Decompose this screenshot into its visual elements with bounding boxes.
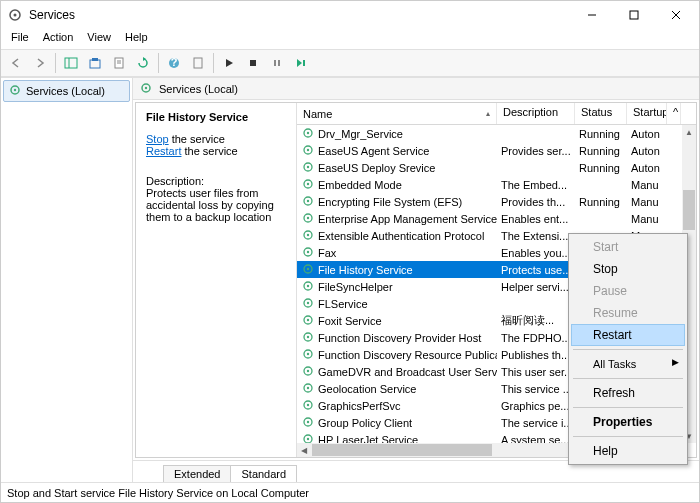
pane-header: Services (Local) xyxy=(133,78,699,100)
ctx-refresh[interactable]: Refresh xyxy=(571,382,685,404)
ctx-resume: Resume xyxy=(571,302,685,324)
restart-link[interactable]: Restart xyxy=(146,145,181,157)
service-row[interactable]: Drv_Mgr_ServiceRunningAuton xyxy=(297,125,696,142)
menu-bar: File Action View Help xyxy=(1,29,699,49)
service-desc: The Embed... xyxy=(497,179,575,191)
scroll-thumb-h[interactable] xyxy=(312,444,492,456)
service-startup: Manu xyxy=(627,179,667,191)
show-hide-tree-button[interactable] xyxy=(60,52,82,74)
svg-point-61 xyxy=(307,437,309,439)
close-button[interactable] xyxy=(655,1,697,29)
forward-button[interactable] xyxy=(29,52,51,74)
svg-point-45 xyxy=(307,301,309,303)
tab-extended[interactable]: Extended xyxy=(163,465,231,482)
export-button[interactable] xyxy=(84,52,106,74)
service-row[interactable]: EaseUS Agent ServiceProvides ser...Runni… xyxy=(297,142,696,159)
ctx-separator xyxy=(573,378,683,379)
ctx-help[interactable]: Help xyxy=(571,440,685,462)
svg-point-51 xyxy=(307,352,309,354)
service-status: Running xyxy=(575,196,627,208)
gear-icon xyxy=(8,83,22,99)
maximize-button[interactable] xyxy=(613,1,655,29)
tab-standard[interactable]: Standard xyxy=(230,465,297,482)
svg-rect-15 xyxy=(194,58,202,68)
gear-icon xyxy=(301,160,315,176)
svg-point-43 xyxy=(307,284,309,286)
service-name: Foxit Service xyxy=(318,315,382,327)
ctx-restart[interactable]: Restart xyxy=(571,324,685,346)
ctx-stop[interactable]: Stop xyxy=(571,258,685,280)
menu-file[interactable]: File xyxy=(5,29,35,49)
column-name[interactable]: Name▴ xyxy=(297,103,497,124)
tree-node-label: Services (Local) xyxy=(26,85,105,97)
properties2-button[interactable] xyxy=(187,52,209,74)
scroll-left-icon[interactable]: ◀ xyxy=(297,443,311,457)
svg-point-1 xyxy=(14,14,17,17)
column-status[interactable]: Status xyxy=(575,103,627,124)
menu-help[interactable]: Help xyxy=(119,29,154,49)
service-name: Enterprise App Management Service xyxy=(318,213,497,225)
pause-service-button[interactable] xyxy=(266,52,288,74)
chevron-right-icon: ▶ xyxy=(672,357,679,367)
service-row[interactable]: Encrypting File System (EFS)Provides th.… xyxy=(297,193,696,210)
service-startup: Manu xyxy=(627,213,667,225)
restart-service-button[interactable] xyxy=(290,52,312,74)
service-desc: The Extensi... xyxy=(497,230,575,242)
svg-point-33 xyxy=(307,199,309,201)
gear-icon xyxy=(301,347,315,363)
title-bar: Services xyxy=(1,1,699,29)
service-name: Embedded Mode xyxy=(318,179,402,191)
tree-node-services-local[interactable]: Services (Local) xyxy=(3,80,130,102)
service-desc: The FDPHO... xyxy=(497,332,575,344)
selected-service-name: File History Service xyxy=(146,111,286,123)
service-startup: Auton xyxy=(627,128,667,140)
service-name: EaseUS Agent Service xyxy=(318,145,429,157)
back-button[interactable] xyxy=(5,52,27,74)
service-row[interactable]: EaseUS Deploy SreviceRunningAuton xyxy=(297,159,696,176)
service-name: GameDVR and Broadcast User Service_1d7..… xyxy=(318,366,497,378)
refresh-button[interactable] xyxy=(132,52,154,74)
gear-icon xyxy=(301,415,315,431)
service-name: Encrypting File System (EFS) xyxy=(318,196,462,208)
help-button[interactable]: ? xyxy=(163,52,185,74)
column-description[interactable]: Description xyxy=(497,103,575,124)
service-status: Running xyxy=(575,145,627,157)
gear-icon xyxy=(301,143,315,159)
stop-service-button[interactable] xyxy=(242,52,264,74)
svg-rect-9 xyxy=(92,58,98,61)
properties-button[interactable] xyxy=(108,52,130,74)
tree-pane: Services (Local) xyxy=(1,78,133,482)
stop-link[interactable]: Stop xyxy=(146,133,169,145)
gear-icon xyxy=(301,211,315,227)
ctx-separator xyxy=(573,407,683,408)
service-row[interactable]: Embedded ModeThe Embed...Manu xyxy=(297,176,696,193)
column-startup[interactable]: Startup xyxy=(627,103,667,124)
svg-point-55 xyxy=(307,386,309,388)
gear-icon xyxy=(301,126,315,142)
scroll-thumb[interactable] xyxy=(683,190,695,230)
service-name: Fax xyxy=(318,247,336,259)
start-service-button[interactable] xyxy=(218,52,240,74)
service-desc: Provides th... xyxy=(497,196,575,208)
menu-action[interactable]: Action xyxy=(37,29,80,49)
column-scroll-spacer: ^ xyxy=(667,103,681,124)
ctx-pause: Pause xyxy=(571,280,685,302)
ctx-start: Start xyxy=(571,236,685,258)
minimize-button[interactable] xyxy=(571,1,613,29)
ctx-all-tasks[interactable]: All Tasks▶ xyxy=(571,353,685,375)
svg-point-35 xyxy=(307,216,309,218)
gear-icon xyxy=(301,245,315,261)
gear-icon xyxy=(139,81,153,97)
svg-point-41 xyxy=(307,267,309,269)
service-row[interactable]: Enterprise App Management ServiceEnables… xyxy=(297,210,696,227)
gear-icon xyxy=(301,194,315,210)
service-name: GraphicsPerfSvc xyxy=(318,400,401,412)
menu-view[interactable]: View xyxy=(81,29,117,49)
ctx-properties[interactable]: Properties xyxy=(571,411,685,433)
service-name: File History Service xyxy=(318,264,413,276)
svg-rect-6 xyxy=(65,58,77,68)
gear-icon xyxy=(301,381,315,397)
gear-icon xyxy=(301,228,315,244)
service-startup: Auton xyxy=(627,145,667,157)
scroll-up-icon[interactable]: ▲ xyxy=(682,125,696,139)
